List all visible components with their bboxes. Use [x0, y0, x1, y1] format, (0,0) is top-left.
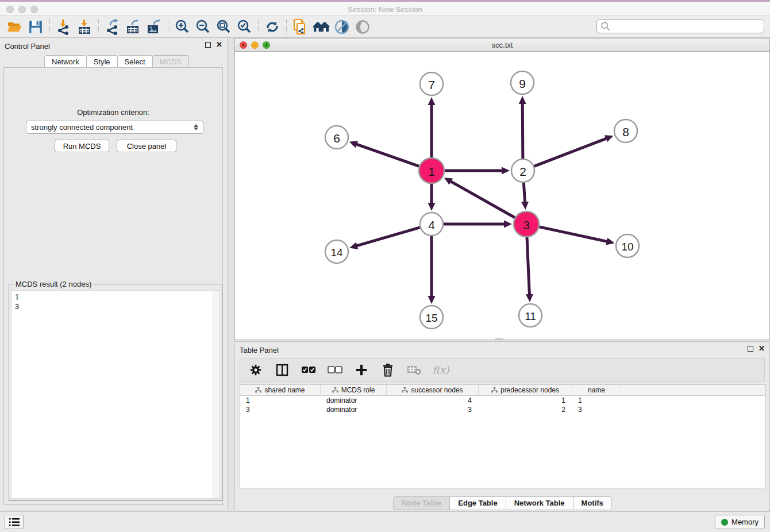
graph-edge-2-8[interactable] — [534, 135, 614, 166]
column-header-successor-nodes[interactable]: successor nodes — [387, 385, 479, 395]
graph-node-8[interactable]: 8 — [614, 119, 637, 142]
table-options-button[interactable] — [248, 362, 263, 378]
apply-layout-button[interactable] — [262, 18, 283, 36]
table-cell[interactable]: dominator — [321, 396, 387, 405]
graph-edge-1-6[interactable] — [349, 141, 419, 166]
graph-edge-4-3[interactable] — [444, 221, 512, 228]
export-network-button[interactable] — [102, 18, 123, 36]
graph-edge-4-14[interactable] — [349, 228, 420, 249]
graph-node-15[interactable]: 15 — [420, 306, 443, 329]
pane-divider-handle[interactable] — [495, 338, 503, 340]
node-table[interactable]: shared nameMCDS rolesuccessor nodesprede… — [240, 384, 766, 488]
close-table-panel-icon[interactable]: ✕ — [759, 346, 765, 352]
graph-node-1[interactable]: 1 — [419, 158, 444, 183]
show-column-button[interactable] — [275, 362, 290, 378]
run-mcds-button[interactable]: Run MCDS — [55, 140, 109, 152]
search-input[interactable] — [611, 21, 764, 32]
graph-node-4[interactable]: 4 — [420, 213, 443, 236]
table-row[interactable]: 1dominator411 — [240, 396, 765, 405]
list-icon — [9, 518, 20, 527]
mcds-result-text[interactable]: 13 — [11, 290, 220, 499]
export-image-button[interactable] — [144, 18, 164, 36]
graph-node-7[interactable]: 7 — [420, 72, 443, 95]
graph-node-11[interactable]: 11 — [519, 304, 542, 327]
select-all-columns-button[interactable] — [301, 362, 316, 378]
table-cell[interactable]: 1 — [572, 396, 621, 405]
table-cell[interactable]: 1 — [479, 396, 572, 405]
add-column-button[interactable] — [354, 362, 369, 378]
zoom-in-button[interactable] — [172, 18, 192, 36]
table-panel-title: Table Panel — [240, 346, 279, 354]
close-panel-button[interactable]: Close panel — [117, 140, 176, 152]
graph-node-10[interactable]: 10 — [616, 234, 639, 257]
table-cell[interactable]: 3 — [240, 405, 321, 414]
float-table-panel-icon[interactable] — [748, 346, 753, 352]
houses-icon — [313, 20, 330, 34]
import-network-button[interactable] — [53, 18, 74, 36]
tab-edge-table[interactable]: Edge Table — [449, 496, 506, 510]
table-row[interactable]: 3dominator323 — [240, 405, 765, 414]
tab-motifs[interactable]: Motifs — [573, 496, 612, 510]
graph-node-9[interactable]: 9 — [511, 71, 534, 94]
graph-edge-1-7[interactable] — [428, 97, 436, 157]
network-window: × − + scc.txt 7968124314101511 — [234, 38, 770, 340]
table-cell[interactable]: 3 — [387, 405, 479, 414]
mcds-result-title: MCDS result (2 nodes) — [13, 280, 94, 288]
first-neighbors-button[interactable] — [311, 18, 332, 36]
delete-column-button[interactable] — [380, 362, 395, 378]
graph-node-2[interactable]: 2 — [511, 159, 534, 182]
search-box[interactable] — [596, 19, 764, 33]
network-graph[interactable]: 7968124314101511 — [235, 52, 769, 340]
graph-node-3[interactable]: 3 — [514, 211, 539, 237]
column-header-MCDS-role[interactable]: MCDS role — [321, 385, 387, 395]
new-network-from-selection-button[interactable] — [290, 18, 311, 36]
graph-edge-1-2[interactable] — [445, 167, 510, 175]
graph-edge-1-4[interactable] — [428, 184, 436, 211]
float-panel-icon[interactable] — [205, 42, 211, 48]
show-task-history-button[interactable] — [5, 515, 24, 529]
graph-edge-3-11[interactable] — [526, 237, 533, 302]
optimization-criterion-select[interactable]: strongly connected component — [26, 121, 203, 134]
graph-edge-4-15[interactable] — [428, 236, 436, 304]
function-builder-button[interactable]: f(x) — [433, 362, 448, 378]
table-cell[interactable]: 3 — [572, 405, 621, 414]
zoom-out-button[interactable] — [192, 18, 213, 36]
table-cell[interactable]: dominator — [321, 405, 387, 414]
delete-table-button[interactable] — [407, 362, 422, 378]
unselect-all-columns-button[interactable] — [328, 362, 342, 378]
open-session-button[interactable] — [5, 18, 25, 36]
column-header-name[interactable]: name — [572, 385, 621, 395]
graph-edge-2-9[interactable] — [519, 96, 526, 159]
toolbar-separator — [98, 20, 99, 34]
graph-edge-3-10[interactable] — [539, 227, 614, 245]
graph-node-label: 1 — [428, 165, 435, 178]
table-cell[interactable]: 1 — [240, 396, 321, 405]
table-cell[interactable]: 4 — [387, 396, 479, 405]
hide-graphics-details-button[interactable] — [332, 18, 352, 36]
table-cell[interactable]: 2 — [479, 405, 572, 414]
attribute-type-icon — [491, 387, 498, 394]
memory-label: Memory — [732, 518, 759, 526]
tab-node-table[interactable]: Node Table — [393, 496, 450, 510]
network-canvas[interactable]: 7968124314101511 — [235, 52, 769, 340]
scrollbar[interactable] — [213, 291, 220, 498]
close-panel-icon[interactable]: ✕ — [216, 42, 222, 48]
select-stepper-icon — [194, 124, 198, 130]
graph-node-6[interactable]: 6 — [325, 126, 348, 149]
memory-button[interactable]: Memory — [715, 515, 765, 529]
export-table-button[interactable] — [123, 18, 144, 36]
graph-edge-2-3[interactable] — [521, 183, 529, 210]
zoom-selected-button[interactable] — [234, 18, 255, 36]
graph-node-14[interactable]: 14 — [325, 240, 348, 263]
tab-network-table[interactable]: Network Table — [506, 496, 573, 510]
column-header-predecessor-nodes[interactable]: predecessor nodes — [479, 385, 572, 395]
refresh-icon — [265, 20, 280, 34]
import-table-button[interactable] — [74, 18, 95, 36]
graph-edge-3-1[interactable] — [444, 178, 515, 217]
graph-node-label: 10 — [621, 241, 633, 253]
birds-eye-view-button[interactable] — [352, 18, 373, 36]
save-session-button[interactable] — [25, 18, 46, 36]
zoom-fit-button[interactable] — [213, 18, 234, 36]
network-title: scc.txt — [235, 41, 769, 49]
column-header-shared-name[interactable]: shared name — [240, 385, 321, 395]
